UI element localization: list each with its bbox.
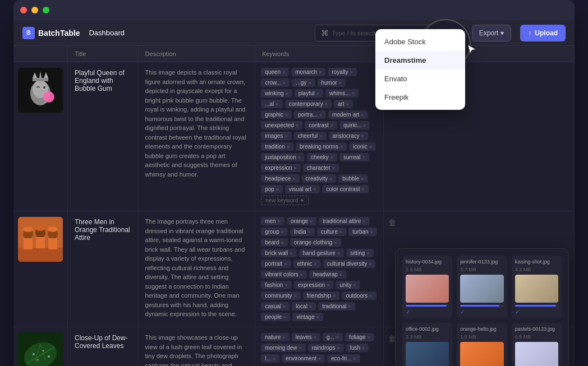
upload-button[interactable]: ↑ Upload [520, 25, 566, 41]
tag: color contrast × [322, 185, 368, 193]
tag: art × [334, 100, 353, 108]
tag: nature × [261, 333, 290, 341]
col-thumb [13, 46, 68, 62]
logo: B BatchTable [22, 27, 80, 39]
tag: monarch × [291, 68, 325, 76]
thumb-cell-3 [13, 327, 68, 367]
keywords-cell-1: queen × monarch × royalty × crow... × ..… [255, 62, 384, 211]
tag: l... × [261, 354, 279, 363]
upload-filesize: 4.2 MB [515, 267, 558, 272]
tag: iconic × [349, 142, 376, 151]
tag: leaves × [292, 333, 320, 341]
tag: culture × [317, 228, 346, 236]
title-2: Three Men in Orange Traditional Attire [75, 218, 130, 242]
app-window: B BatchTable Dashboard ⌘ Type / to searc… [13, 0, 575, 366]
tag: contrast × [305, 121, 337, 129]
delete-icon[interactable]: 🗑 [388, 218, 396, 227]
dropdown-item-label: Dreamstime [384, 56, 426, 64]
tag: headwrap × [309, 270, 346, 279]
upload-label: Upload [535, 29, 558, 37]
tag: queen × [261, 68, 289, 76]
upload-thumb-3 [515, 275, 558, 303]
title-3: Close-Up of Dew-Covered Leaves [75, 334, 128, 350]
tag: eco-fri... × [327, 354, 360, 363]
tag: sitting × [346, 249, 373, 257]
thumbnail-3 [18, 333, 63, 366]
svg-point-13 [23, 226, 33, 232]
tag: unity × [336, 281, 360, 289]
tag: ...gy × [292, 78, 315, 87]
thumb-cell-1 [13, 62, 68, 211]
tag: g... × [323, 333, 343, 341]
maximize-dot[interactable] [43, 7, 49, 13]
export-label: Export [479, 29, 499, 37]
tag: orange clothing × [290, 238, 341, 247]
upload-file-item: office-0002.jpg 2.3 MB ✓ [402, 323, 452, 367]
upload-icon: ↑ [528, 29, 531, 37]
title-1: Playful Queen of England with Bubble Gum [75, 69, 125, 92]
tag: foliage × [345, 333, 374, 341]
tag: fashion × [261, 281, 292, 289]
upload-file-item: kissing-shot.jpg 4.2 MB ✓ [512, 256, 562, 318]
upload-filesize: 1.5 MB [406, 267, 449, 272]
upload-filename: pastels-00123.jpg [515, 326, 558, 332]
tag: tradition × [261, 142, 293, 151]
svg-rect-18 [48, 238, 57, 249]
svg-point-8 [43, 86, 45, 89]
upload-file-item: history-0034.jpg 1.5 MB ✓ [402, 256, 452, 318]
tags-3: nature × leaves × g... × foliage × morni… [261, 332, 378, 364]
minimize-dot[interactable] [31, 7, 38, 13]
table-row: Playful Queen of England with Bubble Gum… [13, 62, 575, 211]
tag: friendship × [303, 291, 340, 300]
upload-filename: history-0034.jpg [406, 259, 449, 265]
tag: cultural diversity × [323, 260, 376, 268]
tag: people × [261, 313, 290, 321]
keywords-cell-2: men × orange × traditional attire × grou… [255, 211, 384, 327]
upload-filesize: 1.9 MB [460, 334, 503, 340]
tag: men × [261, 217, 284, 225]
nav-dashboard[interactable]: Dashboard [89, 29, 125, 37]
dropdown-item-envato[interactable]: Envato [375, 70, 465, 88]
search-icon: ⌘ [321, 29, 329, 38]
tag: visual art × [285, 185, 320, 193]
svg-point-16 [35, 225, 45, 231]
upload-progress-bar-2 [460, 305, 503, 307]
tag: environment × [282, 354, 325, 363]
upload-file-item: pastels-00123.jpg 6.6 MB ✓ [512, 323, 562, 367]
tag: beard × [261, 238, 288, 247]
tag: contemporary × [285, 100, 332, 108]
tag: portrait × [261, 260, 291, 268]
tag: humor × [318, 78, 346, 87]
dropdown-item-adobe-stock[interactable]: Adobe Stock [375, 33, 465, 51]
title-cell-1: Playful Queen of England with Bubble Gum [68, 62, 139, 211]
upload-file-item: orange-hello.jpg 1.9 MB ✓ [457, 323, 507, 367]
titlebar [13, 0, 575, 20]
tag: juxtaposition × [261, 153, 305, 161]
tag: vintage × [292, 313, 323, 321]
tag: traditional attire × [319, 217, 370, 225]
upload-check-1: ✓ [406, 309, 449, 315]
dropdown-item-freepik[interactable]: Freepik [375, 88, 465, 106]
svg-rect-12 [24, 238, 33, 249]
tag: expression × [294, 281, 334, 289]
dropdown-item-dreamstime[interactable]: Dreamstime [375, 51, 465, 70]
new-keyword-tag[interactable]: new keyword ✦ [261, 196, 309, 205]
upload-progress-bar-3 [515, 305, 558, 307]
logo-icon: B [22, 27, 35, 39]
tag: character × [303, 164, 339, 172]
tag: graphic × [261, 110, 292, 119]
upload-check-2: ✓ [460, 309, 503, 315]
thumbnail-1 [18, 68, 63, 113]
tag: portra... × [294, 110, 326, 119]
export-button[interactable]: Export ▾ [472, 25, 512, 41]
dropdown-menu: Adobe Stock Dreamstime Envato Freepik [375, 29, 465, 110]
svg-point-19 [48, 226, 58, 232]
svg-point-26 [43, 350, 44, 352]
close-dot[interactable] [20, 7, 27, 13]
tag: surreal × [339, 153, 369, 161]
upload-grid: history-0034.jpg 1.5 MB ✓ jennifer-0123.… [402, 256, 562, 367]
col-title: Title [68, 46, 139, 62]
tag: brick wall × [261, 249, 296, 257]
svg-point-25 [33, 353, 35, 355]
tag: playful × [295, 89, 323, 98]
